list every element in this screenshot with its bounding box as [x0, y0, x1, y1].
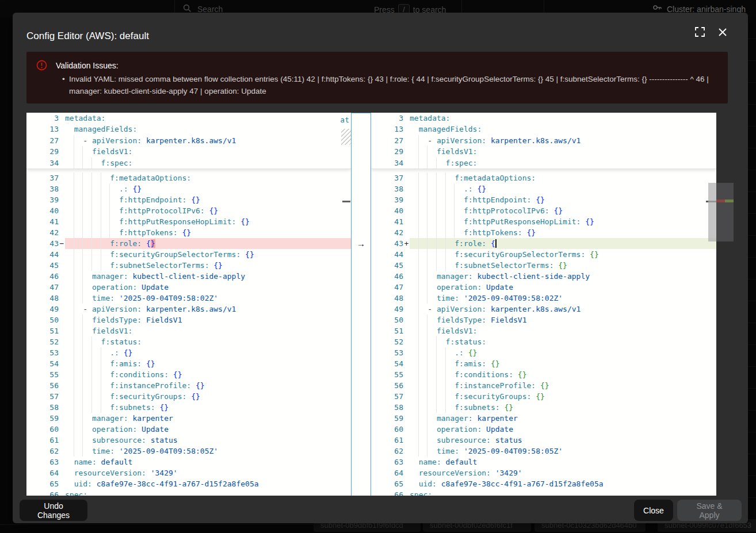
code-line[interactable]: 47operation: Update [26, 282, 351, 293]
revert-diff-arrow-button[interactable]: → [352, 238, 371, 249]
code-line[interactable]: 47operation: Update [371, 282, 716, 293]
code-line[interactable]: 13managedFields: [26, 124, 351, 135]
code-line[interactable]: 62time: '2025-09-04T09:58:05Z' [26, 446, 351, 457]
code-line[interactable]: 51fieldsV1: [26, 325, 351, 336]
line-number: 63 [26, 457, 65, 467]
code-line[interactable]: 54f:amis: {} [371, 358, 716, 369]
vertical-scrollbar-thumb[interactable] [708, 183, 716, 241]
code-line[interactable]: 59manager: karpenter [26, 413, 351, 424]
bullet: • [62, 73, 69, 97]
code-line[interactable]: 45f:subnetSelectorTerms: {} [26, 260, 351, 271]
text-cursor [495, 239, 497, 248]
code-line[interactable]: 41f:httpPutResponseHopLimit: {} [371, 216, 716, 227]
code-line[interactable]: 44f:securityGroupSelectorTerms: {} [371, 249, 716, 260]
overview-viewport-slider[interactable] [716, 183, 734, 241]
code-line[interactable]: 52f:status: [371, 336, 716, 347]
undo-changes-button[interactable]: Undo Changes [20, 500, 87, 521]
diff-editor-sash[interactable]: → [351, 113, 371, 496]
code-line[interactable]: 57f:securityGroups: {} [26, 391, 351, 402]
code-line[interactable]: 40f:httpProtocolIPv6: {} [371, 205, 716, 216]
code-line[interactable]: 49- apiVersion: karpenter.k8s.aws/v1 [26, 304, 351, 315]
code-line[interactable]: 65uid: c8afe97e-38cc-4f91-a767-d15f2a8fe… [371, 478, 716, 489]
code-line[interactable]: 55f:conditions: {} [26, 369, 351, 380]
code-line[interactable]: 66spec: [371, 489, 716, 496]
code-line[interactable]: 48time: '2025-09-04T09:58:02Z' [26, 293, 351, 304]
code-line[interactable]: 44f:securityGroupSelectorTerms: {} [26, 249, 351, 260]
code-line[interactable]: 29fieldsV1: [371, 146, 716, 157]
code-line[interactable]: 37f:metadataOptions: [371, 172, 716, 183]
code-line[interactable]: 3metadata: [26, 113, 351, 124]
code-line[interactable]: 49- apiVersion: karpenter.k8s.aws/v1 [371, 304, 716, 315]
code-line[interactable]: 13managedFields: [371, 124, 716, 135]
code-line[interactable]: 64resourceVersion: '3429' [26, 467, 351, 478]
code-line[interactable]: 46manager: kubectl-client-side-apply [26, 271, 351, 282]
code-line[interactable]: 53.: {} [26, 347, 351, 358]
code-line[interactable]: 54f:amis: {} [26, 358, 351, 369]
code-line[interactable]: 38.: {} [371, 183, 716, 194]
code-line[interactable]: 59manager: karpenter [371, 413, 716, 424]
code-line[interactable]: 56f:instanceProfile: {} [371, 380, 716, 391]
code-line[interactable]: 48time: '2025-09-04T09:58:02Z' [371, 293, 716, 304]
line-number: 3 [26, 113, 65, 124]
original-editor-pane[interactable]: 3metadata:13managedFields:27- apiVersion… [26, 113, 351, 496]
code-line[interactable]: 27- apiVersion: karpenter.k8s.aws/v1 [371, 135, 716, 146]
code-line[interactable]: 65uid: c8afe97e-38cc-4f91-a767-d15f2a8fe… [26, 478, 351, 489]
line-number: 49 [26, 304, 65, 315]
code-line[interactable]: 46manager: kubectl-client-side-apply [371, 271, 716, 282]
code-line[interactable]: 63name: default [26, 457, 351, 467]
code-line[interactable]: 40f:httpProtocolIPv6: {} [26, 205, 351, 216]
expand-button[interactable] [692, 25, 708, 41]
line-number: 48 [371, 293, 410, 304]
line-number: 65 [371, 478, 410, 489]
code-line[interactable]: 51fieldsV1: [371, 325, 716, 336]
diff-overview-ruler[interactable] [716, 113, 734, 496]
code-line[interactable]: 50fieldsType: FieldsV1 [26, 315, 351, 325]
code-line[interactable]: 53.: {} [371, 347, 716, 358]
code-line[interactable]: 37f:metadataOptions: [26, 172, 351, 183]
line-number: 61 [26, 435, 65, 446]
code-line[interactable]: 52f:status: [26, 336, 351, 347]
code-line[interactable]: 63name: default [371, 457, 716, 467]
code-line[interactable]: 45f:subnetSelectorTerms: {} [371, 260, 716, 271]
code-line[interactable]: 62time: '2025-09-04T09:58:05Z' [371, 446, 716, 457]
code-line[interactable]: 34f:spec: [26, 158, 351, 168]
code-line[interactable]: 57f:securityGroups: {} [371, 391, 716, 402]
code-line[interactable]: 42f:httpTokens: {} [26, 227, 351, 238]
save-apply-button[interactable]: Save & Apply [677, 500, 742, 521]
line-number: 62 [26, 446, 65, 457]
code-line[interactable]: 61subresource: status [26, 435, 351, 446]
code-line[interactable]: 64resourceVersion: '3429' [371, 467, 716, 478]
close-modal-button[interactable]: Close [634, 500, 673, 521]
code-line[interactable]: 41f:httpPutResponseHopLimit: {} [26, 216, 351, 227]
code-line[interactable]: 55f:conditions: {} [371, 369, 716, 380]
modified-editor-pane[interactable]: 3metadata:13managedFields:27- apiVersion… [371, 113, 716, 496]
code-line[interactable]: 38.: {} [26, 183, 351, 194]
line-number: 42 [26, 227, 65, 238]
line-number: 27 [26, 135, 65, 146]
line-number: 44 [26, 249, 65, 260]
close-button[interactable] [715, 25, 731, 41]
line-number: 52 [26, 336, 65, 347]
code-line[interactable]: 66spec: [26, 489, 351, 496]
diff-added-line[interactable]: 43+f:role: { [371, 238, 716, 249]
code-line[interactable]: 50fieldsType: FieldsV1 [371, 315, 716, 325]
line-number: 60 [26, 424, 65, 435]
line-number: 54 [371, 358, 410, 369]
line-number: 13 [371, 124, 410, 135]
diff-removed-line[interactable]: 43−f:role: {} [26, 238, 351, 249]
code-line[interactable]: 34f:spec: [371, 158, 716, 168]
code-line[interactable]: 56f:instanceProfile: {} [26, 380, 351, 391]
line-number: 59 [26, 413, 65, 424]
code-line[interactable]: 27- apiVersion: karpenter.k8s.aws/v1 [26, 135, 351, 146]
code-line[interactable]: 60operation: Update [371, 424, 716, 435]
code-line[interactable]: 58f:subnets: {} [371, 402, 716, 413]
code-line[interactable]: 42f:httpTokens: {} [371, 227, 716, 238]
code-line[interactable]: 3metadata: [371, 113, 716, 124]
code-line[interactable]: 60operation: Update [26, 424, 351, 435]
line-number: 37 [371, 172, 410, 183]
code-line[interactable]: 61subresource: status [371, 435, 716, 446]
code-line[interactable]: 58f:subnets: {} [26, 402, 351, 413]
code-line[interactable]: 39f:httpEndpoint: {} [371, 194, 716, 205]
code-line[interactable]: 39f:httpEndpoint: {} [26, 194, 351, 205]
code-line[interactable]: 29fieldsV1: [26, 146, 351, 157]
